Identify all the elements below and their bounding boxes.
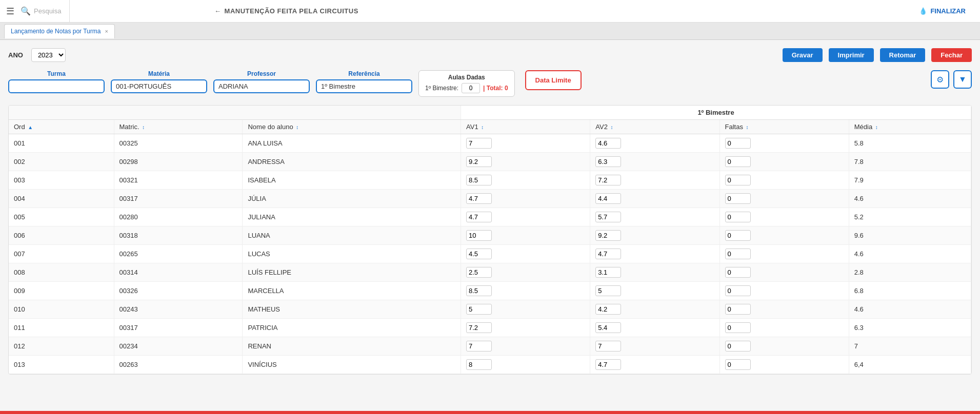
turma-input[interactable]: [8, 79, 105, 93]
cell-media: 7: [849, 337, 971, 356]
materia-input[interactable]: [111, 79, 207, 93]
av1-input[interactable]: [466, 212, 492, 222]
av1-input[interactable]: [466, 249, 492, 259]
gear-icon-button[interactable]: ⚙: [931, 70, 949, 89]
faltas-input[interactable]: [725, 304, 751, 315]
table-row: 009 00326 MARCELLA 6.8: [9, 282, 971, 300]
cell-av1: [461, 300, 590, 319]
cell-nome: MATHEUS: [243, 300, 461, 319]
av2-input[interactable]: [595, 322, 621, 333]
av1-input[interactable]: [466, 304, 492, 315]
cell-nome: MARCELLA: [243, 282, 461, 300]
av2-input[interactable]: [595, 249, 621, 259]
materia-label: Matéria: [148, 70, 170, 77]
cell-matric: 00325: [114, 134, 243, 153]
bimestre-header: 1º Bimestre: [461, 106, 971, 120]
av1-input[interactable]: [466, 322, 492, 333]
nav-arrow: ←: [214, 7, 222, 15]
cell-media: 4.6: [849, 300, 971, 319]
faltas-input[interactable]: [725, 285, 751, 296]
cell-av1: [461, 245, 590, 263]
faltas-input[interactable]: [725, 193, 751, 204]
search-placeholder[interactable]: Pesquisa: [34, 7, 61, 15]
av2-input[interactable]: [595, 212, 621, 222]
av2-input[interactable]: [595, 359, 621, 370]
referencia-input[interactable]: [316, 79, 412, 93]
turma-field: Turma: [8, 70, 105, 93]
faltas-input[interactable]: [725, 322, 751, 333]
col-ord[interactable]: Ord ▲: [9, 120, 114, 134]
ano-select[interactable]: 2023 2022 2021: [31, 48, 66, 62]
cell-matric: 00234: [114, 337, 243, 356]
cell-av2: [590, 282, 719, 300]
cell-av1: [461, 282, 590, 300]
cell-nome: RENAN: [243, 337, 461, 356]
av2-input[interactable]: [595, 285, 621, 296]
faltas-input[interactable]: [725, 156, 751, 167]
av2-input[interactable]: [595, 341, 621, 351]
faltas-input[interactable]: [725, 230, 751, 241]
av2-input[interactable]: [595, 304, 621, 315]
cell-av1: [461, 356, 590, 374]
av1-input[interactable]: [466, 156, 492, 167]
av2-input[interactable]: [595, 193, 621, 204]
cell-nome: JÚLIA: [243, 190, 461, 208]
turma-label: Turma: [47, 70, 66, 77]
cell-av1: [461, 263, 590, 282]
aulas-dadas-row: 1º Bimestre: | Total: 0: [425, 83, 508, 93]
av1-input[interactable]: [466, 193, 492, 204]
cell-av1: [461, 208, 590, 226]
table-row: 003 00321 ISABELA 7.9: [9, 171, 971, 190]
data-limite-button[interactable]: Data Limite: [525, 70, 582, 90]
col-matric[interactable]: Matric. ↕: [114, 120, 243, 134]
professor-field: Professor: [213, 70, 310, 93]
faltas-input[interactable]: [725, 138, 751, 149]
av1-input[interactable]: [466, 230, 492, 241]
tab-close-button[interactable]: ×: [105, 28, 108, 34]
col-av1[interactable]: AV1 ↕: [461, 120, 590, 134]
menu-icon[interactable]: ☰: [6, 6, 14, 17]
av2-input[interactable]: [595, 156, 621, 167]
filter-icon-button[interactable]: ▼: [953, 70, 972, 89]
table-row: 004 00317 JÚLIA 4.6: [9, 190, 971, 208]
av2-input[interactable]: [595, 230, 621, 241]
faltas-input[interactable]: [725, 175, 751, 185]
search-icon[interactable]: 🔍: [21, 6, 31, 16]
cell-av1: [461, 337, 590, 356]
tab-lancamento[interactable]: Lançamento de Notas por Turma ×: [4, 24, 115, 38]
imprimir-button[interactable]: Imprimir: [829, 48, 874, 62]
cell-matric: 00263: [114, 356, 243, 374]
faltas-input[interactable]: [725, 341, 751, 351]
col-media[interactable]: Média ↕: [849, 120, 971, 134]
av1-input[interactable]: [466, 267, 492, 278]
av2-input[interactable]: [595, 138, 621, 149]
professor-input[interactable]: [213, 79, 310, 93]
gravar-button[interactable]: Gravar: [783, 48, 823, 62]
cell-av1: [461, 319, 590, 337]
cell-av2: [590, 208, 719, 226]
av1-input[interactable]: [466, 138, 492, 149]
cell-matric: 00243: [114, 300, 243, 319]
faltas-input[interactable]: [725, 267, 751, 278]
av1-input[interactable]: [466, 359, 492, 370]
cell-matric: 00321: [114, 171, 243, 190]
cell-matric: 00265: [114, 245, 243, 263]
av1-input[interactable]: [466, 175, 492, 185]
faltas-input[interactable]: [725, 249, 751, 259]
bimestre-value-input[interactable]: [462, 83, 480, 93]
av2-input[interactable]: [595, 267, 621, 278]
retomar-button[interactable]: Retomar: [880, 48, 926, 62]
col-faltas[interactable]: Faltas ↕: [719, 120, 849, 134]
fechar-button[interactable]: Fechar: [931, 48, 972, 62]
col-nome[interactable]: Nome do aluno ↕: [243, 120, 461, 134]
finalizar-button[interactable]: 💧 FINALIZAR: [911, 7, 974, 15]
faltas-input[interactable]: [725, 212, 751, 222]
av1-input[interactable]: [466, 341, 492, 351]
av1-input[interactable]: [466, 285, 492, 296]
faltas-input[interactable]: [725, 359, 751, 370]
cell-av1: [461, 153, 590, 171]
cell-media: 6.8: [849, 282, 971, 300]
av2-input[interactable]: [595, 175, 621, 185]
col-av2[interactable]: AV2 ↕: [590, 120, 719, 134]
cell-faltas: [719, 171, 849, 190]
